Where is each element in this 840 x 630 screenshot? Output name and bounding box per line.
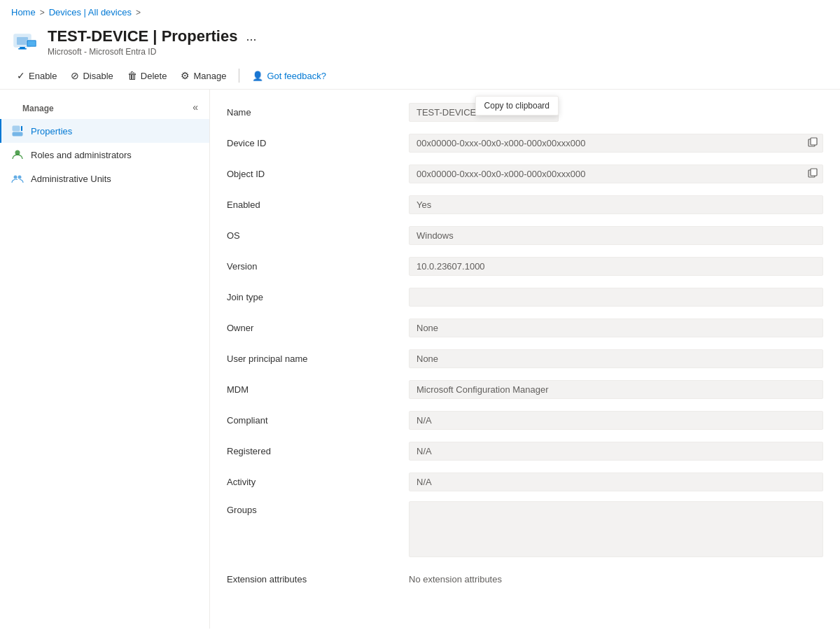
svg-rect-1 [17, 37, 28, 45]
version-input[interactable] [409, 257, 823, 276]
value-groups [409, 501, 823, 559]
value-enabled [409, 195, 823, 214]
form-row-groups: Groups [227, 501, 823, 559]
value-mdm [409, 380, 823, 399]
form-row-name: Name Copy to clipboard [227, 101, 823, 123]
enable-icon: ✓ [17, 70, 25, 81]
value-os [409, 226, 823, 245]
sidebar-properties-label: Properties [31, 126, 72, 136]
form-row-device-id: Device ID [227, 132, 823, 154]
upn-input[interactable] [409, 349, 823, 368]
enabled-input[interactable] [409, 195, 823, 214]
value-ext-attr: No extension attributes [409, 574, 823, 584]
sidebar-item-properties[interactable]: Properties [0, 119, 209, 143]
value-activity [409, 472, 823, 491]
svg-rect-3 [18, 48, 27, 50]
main-layout: Manage « Properties Roles and administra… [0, 90, 840, 629]
form-row-join-type: Join type [227, 286, 823, 308]
os-input[interactable] [409, 226, 823, 245]
delete-icon: 🗑 [127, 70, 137, 81]
join-type-input[interactable] [409, 288, 823, 307]
toolbar: ✓ Enable ⊘ Disable 🗑 Delete ⚙ Manage 👤 G… [0, 62, 840, 90]
label-compliant: Compliant [227, 415, 409, 426]
value-owner [409, 318, 823, 337]
ext-attr-text: No extension attributes [409, 570, 502, 588]
owner-input[interactable] [409, 318, 823, 337]
svg-point-10 [14, 176, 18, 179]
groups-textarea[interactable] [409, 501, 823, 557]
form-row-object-id: Object ID [227, 162, 823, 185]
label-mdm: MDM [227, 384, 409, 395]
roles-icon [11, 148, 24, 161]
breadcrumb-home[interactable]: Home [11, 7, 36, 18]
svg-rect-7 [13, 132, 22, 136]
form-row-ext-attr: Extension attributes No extension attrib… [227, 568, 823, 590]
header-text: TEST-DEVICE | Properties ... Microsoft -… [48, 27, 259, 57]
svg-rect-6 [13, 126, 20, 131]
device-id-input[interactable] [409, 134, 823, 153]
object-id-input[interactable] [409, 164, 823, 183]
device-icon [11, 29, 39, 57]
value-name: Copy to clipboard [409, 103, 823, 122]
svg-rect-15 [811, 138, 817, 145]
breadcrumb: Home > Devices | All devices > [0, 0, 840, 24]
mdm-input[interactable] [409, 380, 823, 399]
label-version: Version [227, 261, 409, 272]
registered-input[interactable] [409, 442, 823, 461]
label-enabled: Enabled [227, 200, 409, 210]
value-join-type [409, 288, 823, 307]
label-name: Name [227, 107, 409, 118]
label-activity: Activity [227, 477, 409, 487]
svg-rect-5 [28, 41, 36, 46]
svg-rect-8 [21, 126, 22, 131]
label-registered: Registered [227, 446, 409, 456]
label-object-id: Object ID [227, 169, 409, 179]
label-owner: Owner [227, 323, 409, 333]
feedback-button[interactable]: 👤 Got feedback? [246, 67, 332, 85]
sidebar-item-admin-units[interactable]: Administrative Units [0, 167, 209, 190]
label-upn: User principal name [227, 354, 409, 364]
value-version [409, 257, 823, 276]
copy-tooltip-name: Copy to clipboard [475, 96, 559, 115]
form-row-upn: User principal name [227, 347, 823, 370]
value-upn [409, 349, 823, 368]
sidebar-admin-units-label: Administrative Units [31, 174, 111, 184]
page-header: TEST-DEVICE | Properties ... Microsoft -… [0, 24, 840, 62]
sidebar-roles-label: Roles and administrators [31, 150, 132, 160]
value-object-id [409, 164, 823, 183]
activity-input[interactable] [409, 472, 823, 491]
page-subtitle: Microsoft - Microsoft Entra ID [48, 47, 259, 57]
delete-button[interactable]: 🗑 Delete [122, 66, 173, 85]
copy-object-id-button[interactable] [805, 167, 820, 181]
page-title: TEST-DEVICE | Properties ... [48, 27, 259, 46]
breadcrumb-sep1: > [40, 8, 45, 18]
svg-rect-2 [20, 47, 25, 48]
disable-icon: ⊘ [71, 70, 79, 81]
manage-icon: ⚙ [181, 70, 190, 81]
label-ext-attr: Extension attributes [227, 574, 409, 584]
form-row-compliant: Compliant [227, 409, 823, 431]
breadcrumb-devices[interactable]: Devices | All devices [49, 7, 132, 18]
disable-button[interactable]: ⊘ Disable [65, 66, 118, 85]
form-row-activity: Activity [227, 470, 823, 493]
label-groups: Groups [227, 505, 409, 515]
label-join-type: Join type [227, 292, 409, 302]
sidebar-item-roles[interactable]: Roles and administrators [0, 143, 209, 167]
more-options-button[interactable]: ... [243, 30, 259, 43]
form-row-version: Version [227, 255, 823, 277]
label-device-id: Device ID [227, 138, 409, 148]
feedback-icon: 👤 [252, 71, 263, 81]
breadcrumb-sep2: > [136, 8, 141, 18]
form-row-enabled: Enabled [227, 193, 823, 216]
manage-button[interactable]: ⚙ Manage [175, 66, 232, 85]
form-row-registered: Registered [227, 440, 823, 462]
collapse-button[interactable]: « [187, 99, 204, 115]
content-area: Name Copy to clipboard Device ID [210, 90, 840, 629]
enable-button[interactable]: ✓ Enable [11, 66, 62, 85]
value-compliant [409, 411, 823, 430]
sidebar: Manage « Properties Roles and administra… [0, 90, 210, 629]
svg-rect-17 [811, 169, 817, 176]
compliant-input[interactable] [409, 411, 823, 430]
form-row-mdm: MDM [227, 378, 823, 400]
copy-device-id-button[interactable] [805, 136, 820, 150]
